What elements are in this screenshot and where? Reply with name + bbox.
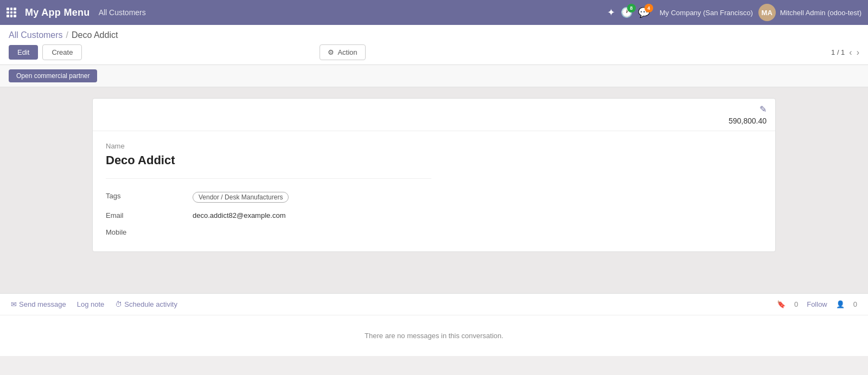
nav-all-customers[interactable]: All Customers [99, 8, 146, 17]
record-card-header: ✎ 590,800.40 [93, 99, 775, 131]
mobile-label: Mobile [106, 224, 193, 241]
breadcrumb-current: Deco Addict [72, 30, 118, 40]
topnav-icons: ✦ 🕐 8 💬 4 My Company (San Francisco) MA … [607, 4, 861, 21]
email-label: Email [106, 207, 193, 224]
name-field-label: Name [106, 142, 762, 150]
fields-grid: Tags Vendor / Desk Manufacturers Email d… [106, 178, 431, 241]
record-stat: ✎ 590,800.40 [729, 104, 767, 125]
gear-icon: ⚙ [328, 48, 334, 56]
settings-icon[interactable]: ✦ [607, 7, 615, 18]
edit-button[interactable]: Edit [9, 45, 38, 60]
sub-toolbar: Open commercial partner [0, 65, 868, 87]
user-avatar: MA [758, 4, 776, 21]
grid-menu-icon[interactable] [7, 8, 16, 17]
topnav: My App Menu All Customers ✦ 🕐 8 💬 4 My C… [0, 0, 868, 25]
chatter-meta: 🔖 0 Follow 👤 0 [777, 300, 857, 308]
messages-icon[interactable]: 💬 4 [638, 7, 650, 18]
stars-icon: 🔖 [777, 300, 786, 308]
tags-value: Vendor / Desk Manufacturers [193, 188, 431, 207]
create-button[interactable]: Create [42, 44, 82, 60]
record-body: Name Deco Addict Tags Vendor / Desk Manu… [93, 131, 775, 251]
stars-count: 0 [794, 300, 798, 308]
main-content: ✎ 590,800.40 Name Deco Addict Tags Vendo… [0, 87, 868, 293]
user-name: Mitchell Admin (odoo-test) [780, 9, 861, 17]
app-title: My App Menu [25, 7, 90, 18]
user-menu[interactable]: MA Mitchell Admin (odoo-test) [758, 4, 861, 21]
action-button[interactable]: ⚙ Action [320, 44, 365, 60]
email-value: deco.addict82@example.com [193, 207, 431, 224]
follow-button[interactable]: Follow [807, 300, 827, 308]
chatter-toolbar: ✉ Send message Log note ⏱ Schedule activ… [0, 294, 868, 315]
activity-badge: 8 [627, 4, 636, 12]
clock-icon: ⏱ [115, 300, 122, 308]
chatter-empty: There are no messages in this conversati… [0, 315, 868, 356]
pagination-text: 1 / 1 [831, 48, 845, 56]
name-field-value: Deco Addict [106, 153, 762, 167]
company-name[interactable]: My Company (San Francisco) [660, 9, 753, 17]
pagination-next[interactable]: › [857, 48, 859, 57]
activity-icon[interactable]: 🕐 8 [621, 7, 633, 18]
breadcrumb: All Customers / Deco Addict [9, 30, 859, 40]
toolbar: Edit Create ⚙ Action 1 / 1 ‹ › [9, 44, 859, 64]
action-label: Action [337, 48, 357, 56]
schedule-activity-label: Schedule activity [124, 300, 177, 308]
chatter: ✉ Send message Log note ⏱ Schedule activ… [0, 293, 868, 356]
followers-count: 0 [853, 300, 857, 308]
breadcrumb-parent[interactable]: All Customers [9, 30, 63, 40]
pagination-prev[interactable]: ‹ [849, 48, 852, 57]
log-note-label: Log note [77, 300, 105, 308]
mobile-value [193, 224, 431, 241]
open-commercial-button[interactable]: Open commercial partner [9, 69, 97, 82]
send-message-icon: ✉ [11, 300, 17, 308]
send-message-label: Send message [19, 300, 66, 308]
tags-label: Tags [106, 188, 193, 207]
schedule-activity-button[interactable]: ⏱ Schedule activity [115, 300, 177, 308]
followers-icon: 👤 [836, 300, 845, 308]
stat-value: 590,800.40 [729, 117, 767, 125]
pagination: 1 / 1 ‹ › [831, 48, 859, 57]
tag-pill[interactable]: Vendor / Desk Manufacturers [193, 192, 289, 203]
breadcrumb-bar: All Customers / Deco Addict Edit Create … [0, 25, 868, 65]
send-message-button[interactable]: ✉ Send message [11, 300, 66, 308]
empty-message: There are no messages in this conversati… [365, 332, 503, 340]
breadcrumb-separator: / [66, 30, 68, 40]
log-note-button[interactable]: Log note [77, 300, 105, 308]
record-card: ✎ 590,800.40 Name Deco Addict Tags Vendo… [92, 98, 776, 252]
messages-badge: 4 [644, 4, 653, 12]
stat-edit-icon[interactable]: ✎ [729, 104, 767, 114]
